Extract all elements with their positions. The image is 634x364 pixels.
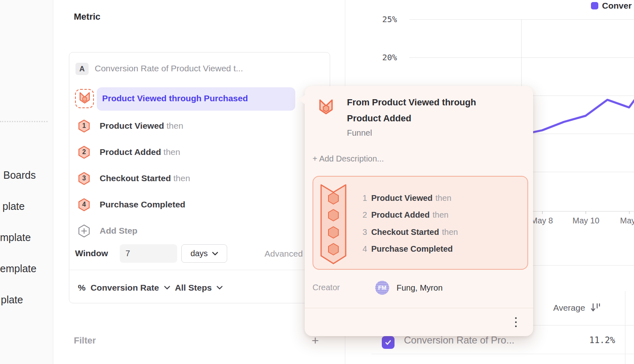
funnel-step-row-2[interactable]: 2 Product Added then (78, 145, 180, 159)
sidebar-item-template-1[interactable]: plate (2, 200, 25, 212)
window-value-input[interactable] (120, 244, 177, 263)
popover-footer-divider (305, 308, 533, 308)
step-2-then: then (164, 147, 180, 157)
step-3-hexagon-icon: 3 (78, 172, 90, 185)
popover-type-label: Funnel (347, 128, 372, 138)
popover-step-4: 4Purchase Completed (363, 243, 453, 255)
funnel-preview-box: 1Product Viewedthen 2Product Addedthen 3… (312, 176, 528, 270)
chevron-down-icon (164, 286, 170, 290)
creator-name: Fung, Myron (397, 283, 442, 293)
sidebar-item-template-2[interactable]: mplate (0, 232, 31, 243)
funnel-step-row-3[interactable]: 3 Checkout Started then (78, 171, 190, 185)
add-description-button[interactable]: + Add Description... (312, 154, 384, 164)
legend-label: Conver (602, 1, 632, 11)
legend-swatch (591, 2, 598, 9)
popover-step-1: 1Product Viewedthen (363, 192, 452, 204)
step-4-hexagon-icon: 4 (78, 198, 90, 212)
steps-scope-dropdown[interactable]: All Steps (175, 283, 223, 293)
series-title[interactable]: Conversion Rate of Product Viewed t... (95, 64, 243, 73)
step-1-name: Product Viewed (100, 121, 164, 130)
funnel-banner-icon (319, 184, 347, 266)
metric-section-heading: Metric (74, 11, 100, 22)
chart-legend-item[interactable]: Conver (591, 1, 632, 11)
sort-descending-icon (590, 303, 601, 313)
sidebar-item-template-3[interactable]: emplate (0, 263, 36, 275)
step-4-name: Purchase Completed (100, 200, 185, 209)
window-label: Window (75, 248, 108, 258)
add-step-hexagon-icon (78, 224, 90, 238)
window-unit-select[interactable]: days (181, 244, 227, 263)
sidebar-item-boards[interactable]: Boards (3, 169, 36, 181)
funnel-icon (78, 91, 91, 106)
chevron-down-icon (212, 252, 218, 256)
add-step-button[interactable]: Add Step (78, 224, 137, 238)
popover-step-2: 2Product Addedthen (363, 209, 449, 221)
more-options-kebab-icon[interactable] (513, 316, 519, 329)
x-axis-label-may8: May 8 (531, 216, 553, 225)
card-footer-divider (69, 270, 330, 270)
check-icon (384, 339, 392, 346)
chevron-down-icon (217, 286, 223, 290)
selected-funnel-label[interactable]: Product Viewed through Purchased (102, 93, 248, 103)
funnel-icon (318, 98, 334, 117)
creator-avatar: FM (375, 281, 389, 295)
table-column-divider (625, 291, 625, 364)
funnel-details-popover: From Product Viewed through Product Adde… (305, 86, 533, 336)
x-axis-label-may10: May 10 (572, 216, 600, 225)
step-1-then: then (166, 121, 183, 130)
step-1-hexagon-icon: 1 (78, 119, 90, 133)
x-axis-label-may12: May 12 (620, 216, 634, 225)
creator-label: Creator (312, 283, 340, 292)
left-sidebar (0, 0, 53, 364)
popover-arrow (299, 95, 305, 104)
funnel-step-row-4[interactable]: 4 Purchase Completed (78, 198, 185, 212)
average-column-header[interactable]: Average (553, 303, 601, 313)
series-a-badge: A (75, 63, 89, 75)
step-2-name: Product Added (100, 147, 161, 157)
table-row-divider (372, 354, 634, 354)
table-row-average-value: 11.2% (566, 335, 615, 345)
filter-section-heading: Filter (74, 335, 96, 346)
funnel-chip[interactable] (75, 89, 94, 108)
step-3-then: then (173, 173, 190, 183)
sidebar-divider (0, 121, 48, 122)
add-step-label: Add Step (100, 226, 137, 236)
popover-step-3: 3Checkout Startedthen (363, 226, 458, 238)
step-2-hexagon-icon: 2 (78, 146, 90, 159)
funnel-step-row-1[interactable]: 1 Product Viewed then (78, 119, 183, 133)
measure-prefix: % (78, 283, 86, 293)
advanced-link[interactable]: Advanced (265, 249, 303, 259)
popover-title: From Product Viewed through Product Adde… (347, 94, 499, 126)
step-3-name: Checkout Started (100, 173, 171, 183)
measure-dropdown[interactable]: Conversion Rate (91, 283, 170, 293)
series-visibility-checkbox[interactable] (382, 336, 395, 349)
sidebar-item-template-4[interactable]: plate (1, 294, 23, 306)
table-row-label[interactable]: Conversion Rate of Pro... (404, 334, 514, 346)
